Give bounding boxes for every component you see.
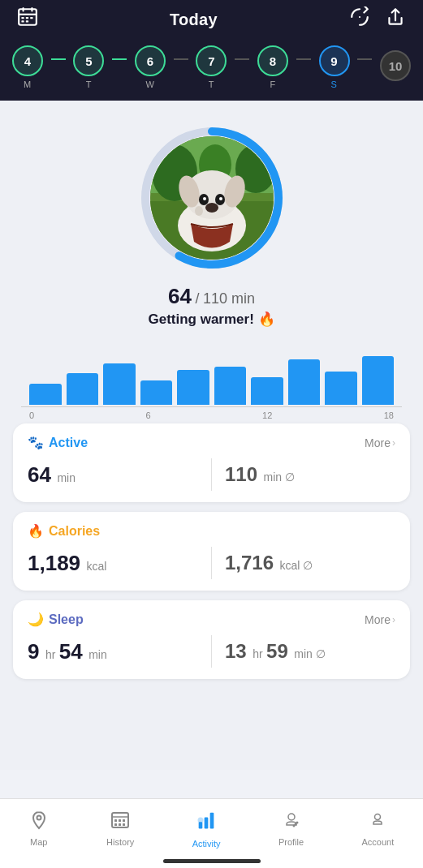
sleep-hr-unit: hr [45,648,55,661]
sleep-chevron-icon: › [392,614,395,625]
day-4[interactable]: 4 M [12,45,43,89]
day-6[interactable]: 6 W [135,45,166,89]
day-10[interactable]: 10 [380,50,411,84]
chart-labels: 0 6 12 18 [21,406,402,420]
share-icon[interactable] [381,6,410,32]
calories-avg-stat: 1,716 kcal ∅ [225,552,395,574]
activity-icon [195,809,218,836]
svg-rect-6 [30,17,32,19]
active-current-stat: 64 min [28,462,198,488]
chart-bar [362,356,395,405]
svg-rect-34 [114,823,117,826]
svg-point-24 [203,197,206,200]
sleep-current-min: 54 [59,639,83,664]
sleep-avg-min: 59 [266,640,288,662]
chart-bar [177,370,209,405]
nav-label-account: Account [362,837,395,847]
chart-bar [140,380,173,405]
calories-avg-unit: kcal ∅ [280,559,313,572]
calories-card: 🔥 Calories 1,189 kcal 1,716 kcal ∅ [13,512,410,591]
calendar-icon[interactable] [13,6,42,32]
nav-item-profile[interactable]: Profile [269,807,313,850]
active-icon: 🐾 [28,435,44,450]
svg-point-9 [359,16,360,18]
chart-bar [288,359,321,405]
nav-item-history[interactable]: History [97,807,144,850]
nav-item-account[interactable]: Account [352,807,404,850]
calories-avg-value: 1,716 [225,552,274,574]
sleep-current-hr: 9 [28,639,39,664]
chart-label-0: 0 [29,410,34,420]
nav-label-history: History [106,837,134,847]
svg-point-42 [296,822,298,824]
sleep-avg-hr: 13 [225,640,247,662]
svg-rect-39 [210,813,214,829]
svg-point-25 [219,197,222,200]
svg-rect-33 [123,819,125,822]
header: Today 4 M 5 [0,0,423,101]
progress-goal-unit: 110 min [203,290,255,307]
chart-bar [67,373,99,405]
map-icon [29,810,49,835]
active-card: 🐾 Active More › 64 min 110 min ∅ [13,423,410,502]
svg-rect-31 [114,819,117,822]
active-chevron-icon: › [392,437,395,449]
chart-bar [103,363,136,405]
active-current-value: 64 [28,462,51,487]
active-avg-value: 110 [225,463,257,485]
nav-label-activity: Activity [192,839,221,849]
svg-point-43 [292,825,295,827]
sleep-card: 🌙 Sleep More › 9 hr 54 min 13 hr 59 min … [13,600,410,679]
svg-rect-5 [26,17,28,19]
nav-item-activity[interactable]: Activity [183,806,231,852]
day-5[interactable]: 5 T [73,45,104,89]
svg-point-28 [37,816,41,820]
svg-rect-7 [21,20,24,22]
sync-icon[interactable] [345,6,374,32]
svg-point-26 [205,203,218,213]
bottom-nav: Map History Activity [0,798,423,868]
day-8[interactable]: 8 F [257,45,288,89]
progress-separator: / [195,290,199,307]
calories-current-value: 1,189 [28,551,80,575]
day-9-today[interactable]: 9 S [319,45,350,89]
history-icon [110,810,130,835]
svg-rect-8 [26,20,28,22]
svg-rect-4 [21,17,24,19]
account-icon [368,810,387,835]
svg-rect-38 [205,818,209,829]
chart-label-12: 12 [262,410,272,420]
calories-current-unit: kcal [87,560,107,573]
progress-section: 64 / 110 min Getting warmer! 🔥 [13,117,410,331]
chart-bar [325,372,357,405]
chart-bar [29,384,62,405]
sleep-min-unit: min [88,648,107,661]
calories-icon: 🔥 [28,523,44,539]
sleep-avg-unit: min ∅ [294,647,325,660]
active-more-button[interactable]: More › [365,436,395,449]
svg-point-44 [375,814,381,820]
chart-label-6: 6 [146,410,151,420]
svg-rect-36 [123,823,125,826]
progress-stats: 64 / 110 min Getting warmer! 🔥 [148,284,274,328]
main-content: 64 / 110 min Getting warmer! 🔥 0 6 12 18… [0,101,423,770]
sleep-current-stat: 9 hr 54 min [28,639,198,664]
chart-bars [21,352,402,405]
ring-container [139,125,285,271]
svg-rect-35 [119,823,121,826]
svg-point-40 [198,818,204,823]
progress-message: Getting warmer! 🔥 [148,311,274,328]
svg-rect-37 [199,822,203,828]
calories-current-stat: 1,189 kcal [28,551,198,576]
svg-point-27 [195,206,203,216]
sleep-card-title: 🌙 Sleep [28,612,84,627]
nav-label-map: Map [30,837,47,847]
chart-label-18: 18 [384,410,394,420]
profile-icon [282,810,301,835]
chart-bar [251,377,283,405]
sleep-more-button[interactable]: More › [365,613,395,626]
nav-item-map[interactable]: Map [19,807,58,850]
day-7[interactable]: 7 T [196,45,227,89]
calories-card-title: 🔥 Calories [28,523,100,539]
sleep-avg-stat: 13 hr 59 min ∅ [225,640,395,663]
